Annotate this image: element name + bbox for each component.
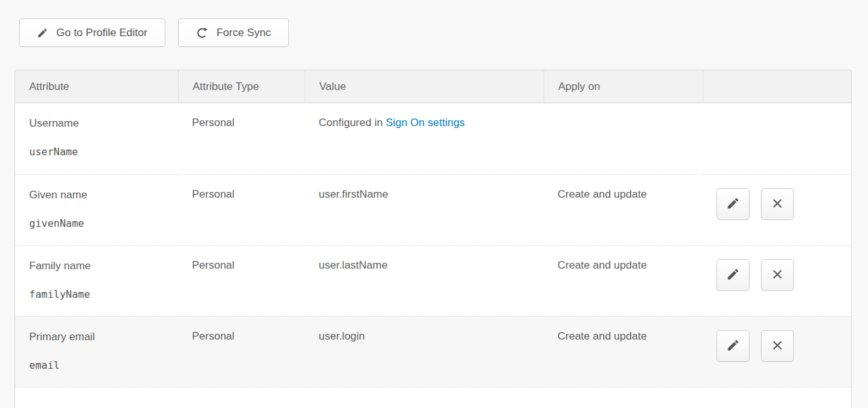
attribute-display-name: Given name [29, 188, 172, 201]
toolbar: Go to Profile Editor Force Sync [19, 18, 289, 47]
value-cell: user.lastName [305, 245, 544, 316]
table-row: Family name familyName Personal user.las… [15, 245, 851, 316]
delete-attribute-button[interactable] [761, 259, 794, 291]
pencil-icon [37, 27, 48, 39]
force-sync-button[interactable]: Force Sync [178, 18, 289, 47]
pencil-icon [726, 338, 740, 354]
sign-on-settings-link[interactable]: Sign On settings [386, 117, 465, 129]
table-row: Primary email email Personal user.login … [15, 316, 851, 387]
edit-attribute-button[interactable] [717, 188, 750, 220]
attribute-cell: Given name givenName [15, 174, 178, 245]
apply-on-cell [544, 103, 703, 174]
actions-cell [703, 245, 851, 316]
value-cell: Configured in Sign On settings [305, 103, 544, 174]
apply-on-cell: Create and update [544, 174, 703, 245]
attribute-variable-name: userName [29, 146, 172, 158]
apply-on-cell: Create and update [544, 245, 703, 316]
table-row: Given name givenName Personal user.first… [15, 174, 851, 245]
value-text: Configured in [319, 117, 386, 129]
close-icon [770, 196, 784, 212]
table-row: Username userName Personal Configured in… [15, 103, 851, 174]
attribute-variable-name: familyName [29, 288, 172, 300]
pencil-icon [726, 267, 740, 283]
table-row-partial [15, 387, 851, 408]
attribute-display-name: Family name [29, 259, 172, 272]
apply-on-cell: Create and update [544, 316, 703, 387]
edit-attribute-button[interactable] [717, 330, 750, 362]
force-sync-label: Force Sync [217, 27, 271, 39]
attribute-type-cell: Personal [178, 103, 305, 174]
attribute-cell: Username userName [15, 103, 178, 174]
delete-attribute-button[interactable] [761, 330, 794, 362]
table-header-row: Attribute Attribute Type Value Apply on [15, 70, 851, 103]
sync-icon [196, 27, 208, 39]
attribute-display-name: Username [29, 117, 172, 130]
attribute-cell: Family name familyName [15, 245, 178, 316]
value-cell: user.login [305, 316, 544, 387]
edit-attribute-button[interactable] [717, 259, 750, 291]
actions-cell [703, 316, 851, 387]
column-header-attribute-type: Attribute Type [178, 70, 305, 103]
go-to-profile-editor-button[interactable]: Go to Profile Editor [19, 18, 165, 47]
attribute-cell: Primary email email [15, 316, 178, 387]
attribute-type-cell: Personal [178, 174, 305, 245]
attribute-variable-name: email [29, 359, 172, 371]
pencil-icon [726, 196, 740, 212]
column-header-actions [703, 70, 851, 103]
attribute-mapping-table: Attribute Attribute Type Value Apply on … [15, 70, 852, 408]
column-header-apply-on: Apply on [544, 70, 703, 103]
attribute-display-name: Primary email [29, 330, 172, 343]
attribute-variable-name: givenName [29, 217, 172, 229]
actions-cell [703, 174, 851, 245]
delete-attribute-button[interactable] [761, 188, 794, 220]
attribute-type-cell: Personal [178, 316, 305, 387]
go-to-profile-editor-label: Go to Profile Editor [56, 27, 148, 39]
close-icon [770, 267, 784, 283]
attribute-type-cell: Personal [178, 245, 305, 316]
column-header-value: Value [305, 70, 544, 103]
value-cell: user.firstName [305, 174, 544, 245]
close-icon [770, 338, 784, 354]
actions-cell [703, 103, 851, 174]
column-header-attribute: Attribute [15, 70, 178, 103]
